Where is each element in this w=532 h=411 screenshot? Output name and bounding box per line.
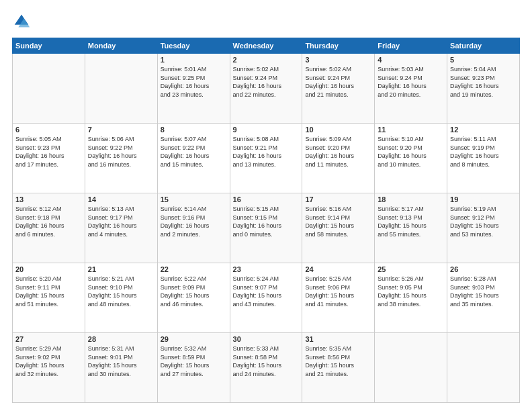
calendar-cell: 16Sunrise: 5:15 AMSunset: 9:15 PMDayligh…: [230, 193, 302, 263]
calendar-cell: 26Sunrise: 5:28 AMSunset: 9:03 PMDayligh…: [447, 263, 520, 333]
day-info: Sunrise: 5:09 AMSunset: 9:20 PMDaylight:…: [305, 135, 371, 169]
calendar-cell: 15Sunrise: 5:14 AMSunset: 9:16 PMDayligh…: [157, 193, 230, 263]
calendar-cell: 27Sunrise: 5:29 AMSunset: 9:02 PMDayligh…: [13, 333, 85, 403]
calendar-cell: [13, 54, 85, 124]
day-number: 2: [233, 56, 300, 64]
day-info: Sunrise: 5:14 AMSunset: 9:16 PMDaylight:…: [161, 205, 227, 238]
day-number: 26: [450, 265, 517, 273]
logo-icon: [12, 12, 31, 31]
week-row-2: 6Sunrise: 5:05 AMSunset: 9:23 PMDaylight…: [13, 124, 520, 193]
calendar-cell: [447, 333, 520, 403]
logo: [12, 12, 34, 31]
day-number: 8: [161, 126, 227, 134]
day-number: 19: [450, 195, 517, 203]
day-number: 18: [378, 195, 444, 203]
header: [12, 12, 520, 31]
week-row-5: 27Sunrise: 5:29 AMSunset: 9:02 PMDayligh…: [13, 333, 520, 403]
header-friday: Friday: [375, 38, 447, 54]
day-number: 31: [305, 335, 371, 343]
day-info: Sunrise: 5:35 AMSunset: 8:56 PMDaylight:…: [305, 345, 371, 378]
calendar-cell: 29Sunrise: 5:32 AMSunset: 8:59 PMDayligh…: [157, 333, 230, 403]
day-info: Sunrise: 5:13 AMSunset: 9:17 PMDaylight:…: [88, 205, 154, 238]
day-info: Sunrise: 5:22 AMSunset: 9:09 PMDaylight:…: [161, 275, 227, 308]
calendar-cell: [375, 333, 447, 403]
calendar-cell: 14Sunrise: 5:13 AMSunset: 9:17 PMDayligh…: [85, 193, 157, 263]
day-number: 4: [378, 56, 444, 64]
calendar-cell: 1Sunrise: 5:01 AMSunset: 9:25 PMDaylight…: [157, 54, 230, 124]
calendar-body: 1Sunrise: 5:01 AMSunset: 9:25 PMDaylight…: [13, 54, 520, 403]
day-number: 27: [15, 335, 82, 343]
day-info: Sunrise: 5:02 AMSunset: 9:24 PMDaylight:…: [305, 65, 371, 99]
day-number: 16: [233, 195, 300, 203]
calendar-cell: 9Sunrise: 5:08 AMSunset: 9:21 PMDaylight…: [230, 124, 302, 193]
day-number: 14: [88, 195, 154, 203]
header-saturday: Saturday: [447, 38, 520, 54]
day-info: Sunrise: 5:17 AMSunset: 9:13 PMDaylight:…: [378, 205, 444, 238]
calendar-cell: 10Sunrise: 5:09 AMSunset: 9:20 PMDayligh…: [302, 124, 375, 193]
calendar-cell: 18Sunrise: 5:17 AMSunset: 9:13 PMDayligh…: [375, 193, 447, 263]
calendar-cell: [85, 54, 157, 124]
day-info: Sunrise: 5:10 AMSunset: 9:20 PMDaylight:…: [378, 135, 444, 169]
day-info: Sunrise: 5:12 AMSunset: 9:18 PMDaylight:…: [15, 205, 82, 238]
day-info: Sunrise: 5:05 AMSunset: 9:23 PMDaylight:…: [15, 135, 82, 169]
day-info: Sunrise: 5:19 AMSunset: 9:12 PMDaylight:…: [450, 205, 517, 238]
day-info: Sunrise: 5:24 AMSunset: 9:07 PMDaylight:…: [233, 275, 300, 308]
day-info: Sunrise: 5:04 AMSunset: 9:23 PMDaylight:…: [450, 65, 517, 99]
day-info: Sunrise: 5:32 AMSunset: 8:59 PMDaylight:…: [161, 345, 227, 378]
day-info: Sunrise: 5:31 AMSunset: 9:01 PMDaylight:…: [88, 345, 154, 378]
calendar-cell: 3Sunrise: 5:02 AMSunset: 9:24 PMDaylight…: [302, 54, 375, 124]
calendar-cell: 30Sunrise: 5:33 AMSunset: 8:58 PMDayligh…: [230, 333, 302, 403]
calendar-cell: 24Sunrise: 5:25 AMSunset: 9:06 PMDayligh…: [302, 263, 375, 333]
day-number: 30: [233, 335, 300, 343]
day-info: Sunrise: 5:15 AMSunset: 9:15 PMDaylight:…: [233, 205, 300, 238]
calendar-cell: 31Sunrise: 5:35 AMSunset: 8:56 PMDayligh…: [302, 333, 375, 403]
day-info: Sunrise: 5:02 AMSunset: 9:24 PMDaylight:…: [233, 65, 300, 99]
calendar-cell: 25Sunrise: 5:26 AMSunset: 9:05 PMDayligh…: [375, 263, 447, 333]
header-sunday: Sunday: [13, 38, 85, 54]
day-number: 20: [15, 265, 82, 273]
calendar-cell: 19Sunrise: 5:19 AMSunset: 9:12 PMDayligh…: [447, 193, 520, 263]
day-number: 3: [305, 56, 371, 64]
header-row: SundayMondayTuesdayWednesdayThursdayFrid…: [13, 38, 520, 54]
day-info: Sunrise: 5:06 AMSunset: 9:22 PMDaylight:…: [88, 135, 154, 169]
day-info: Sunrise: 5:26 AMSunset: 9:05 PMDaylight:…: [378, 275, 444, 308]
calendar-cell: 21Sunrise: 5:21 AMSunset: 9:10 PMDayligh…: [85, 263, 157, 333]
calendar-cell: 4Sunrise: 5:03 AMSunset: 9:24 PMDaylight…: [375, 54, 447, 124]
calendar-cell: 6Sunrise: 5:05 AMSunset: 9:23 PMDaylight…: [13, 124, 85, 193]
day-number: 13: [15, 195, 82, 203]
day-info: Sunrise: 5:25 AMSunset: 9:06 PMDaylight:…: [305, 275, 371, 308]
day-number: 9: [233, 126, 300, 134]
calendar-cell: 28Sunrise: 5:31 AMSunset: 9:01 PMDayligh…: [85, 333, 157, 403]
day-number: 22: [161, 265, 227, 273]
day-info: Sunrise: 5:33 AMSunset: 8:58 PMDaylight:…: [233, 345, 300, 378]
calendar-cell: 22Sunrise: 5:22 AMSunset: 9:09 PMDayligh…: [157, 263, 230, 333]
day-number: 15: [161, 195, 227, 203]
day-info: Sunrise: 5:03 AMSunset: 9:24 PMDaylight:…: [378, 65, 444, 99]
day-number: 24: [305, 265, 371, 273]
calendar-header: SundayMondayTuesdayWednesdayThursdayFrid…: [13, 38, 520, 54]
calendar-cell: 13Sunrise: 5:12 AMSunset: 9:18 PMDayligh…: [13, 193, 85, 263]
calendar-cell: 20Sunrise: 5:20 AMSunset: 9:11 PMDayligh…: [13, 263, 85, 333]
day-number: 17: [305, 195, 371, 203]
day-number: 7: [88, 126, 154, 134]
week-row-1: 1Sunrise: 5:01 AMSunset: 9:25 PMDaylight…: [13, 54, 520, 124]
day-number: 23: [233, 265, 300, 273]
day-number: 10: [305, 126, 371, 134]
day-info: Sunrise: 5:11 AMSunset: 9:19 PMDaylight:…: [450, 135, 517, 169]
day-number: 11: [378, 126, 444, 134]
day-number: 12: [450, 126, 517, 134]
calendar-table: SundayMondayTuesdayWednesdayThursdayFrid…: [12, 38, 520, 403]
page: SundayMondayTuesdayWednesdayThursdayFrid…: [0, 0, 532, 411]
day-number: 29: [161, 335, 227, 343]
day-number: 28: [88, 335, 154, 343]
header-thursday: Thursday: [302, 38, 375, 54]
day-info: Sunrise: 5:01 AMSunset: 9:25 PMDaylight:…: [161, 65, 227, 99]
calendar-cell: 8Sunrise: 5:07 AMSunset: 9:22 PMDaylight…: [157, 124, 230, 193]
day-number: 5: [450, 56, 517, 64]
header-wednesday: Wednesday: [230, 38, 302, 54]
day-info: Sunrise: 5:16 AMSunset: 9:14 PMDaylight:…: [305, 205, 371, 238]
day-number: 25: [378, 265, 444, 273]
week-row-4: 20Sunrise: 5:20 AMSunset: 9:11 PMDayligh…: [13, 263, 520, 333]
calendar-cell: 12Sunrise: 5:11 AMSunset: 9:19 PMDayligh…: [447, 124, 520, 193]
header-tuesday: Tuesday: [157, 38, 230, 54]
